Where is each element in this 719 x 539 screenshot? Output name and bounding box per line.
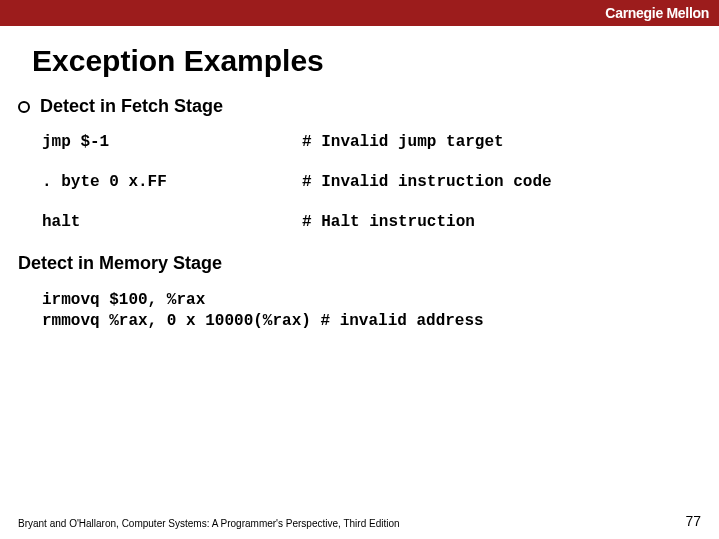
code-row: . byte 0 x.FF # Invalid instruction code [42,173,662,191]
code-instruction: jmp $-1 [42,133,302,151]
footer-page-number: 77 [685,513,701,529]
section-1-heading: Detect in Fetch Stage [40,96,223,117]
code-comment: # Invalid jump target [302,133,504,151]
header-brand: Carnegie Mellon [605,5,709,21]
code-table-fetch: jmp $-1 # Invalid jump target . byte 0 x… [42,133,662,231]
code-comment: # Invalid instruction code [302,173,552,191]
slide-title: Exception Examples [32,44,719,78]
footer: Bryant and O'Hallaron, Computer Systems:… [18,513,701,529]
footer-citation: Bryant and O'Hallaron, Computer Systems:… [18,518,400,529]
header-bar: Carnegie Mellon [0,0,719,26]
code-block-memory: irmovq $100, %rax rmmovq %rax, 0 x 10000… [42,290,719,332]
code-comment: # Halt instruction [302,213,475,231]
code-row: halt # Halt instruction [42,213,662,231]
section-1-heading-row: Detect in Fetch Stage [18,96,719,117]
code-instruction: . byte 0 x.FF [42,173,302,191]
bullet-icon [18,101,30,113]
section-2-heading: Detect in Memory Stage [18,253,719,274]
code-instruction: halt [42,213,302,231]
code-row: jmp $-1 # Invalid jump target [42,133,662,151]
